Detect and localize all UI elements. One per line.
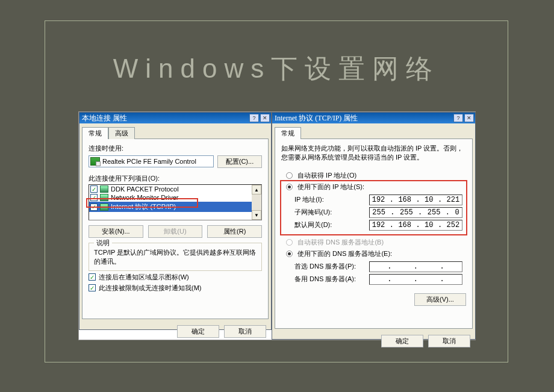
list-item-selected[interactable]: ✓ Internet 协议 (TCP/IP) [89,202,261,212]
checkbox-icon[interactable]: ✓ [90,204,98,211]
local-connection-properties-dialog: 本地连接 属性 ? ✕ 常规 高级 连接时使用: Realtek PC [79,112,272,330]
tab-general[interactable]: 常规 [275,127,301,139]
cancel-button[interactable]: 取消 [224,325,266,338]
uninstall-button: 卸载(U) [148,225,203,238]
titlebar-left: 本地连接 属性 ? ✕ [79,113,271,123]
slide-title: Windows下设置网络 [45,51,508,87]
dns2-input[interactable]: . . . [369,274,462,285]
configure-button[interactable]: 配置(C)... [217,155,262,168]
radio-manual-dns-label: 使用下面的 DNS 服务器地址(E): [297,250,392,257]
subnet-mask-input[interactable]: 255. 255. 255. 0 [369,207,462,218]
radio-auto-dns-label: 自动获得 DNS 服务器地址(B) [297,238,384,246]
protocol-icon [100,194,108,201]
ok-button[interactable]: 确定 [177,325,219,338]
radio-auto-ip[interactable] [286,172,293,179]
tab-advanced[interactable]: 高级 [108,127,135,139]
notify-label: 此连接被限制或无连接时通知我(M) [99,284,202,293]
description-text: TCP/IP 是默认的广域网协议。它提供跨越多种互联网络的通讯。 [94,248,257,267]
list-item[interactable]: ✓ DDK PACKET Protocol [89,185,261,193]
components-listbox[interactable]: ✓ DDK PACKET Protocol ✓ Network Monitor … [89,184,262,220]
ip-address-label: IP 地址(I): [294,195,324,204]
checkbox-tray[interactable]: ✓ [89,273,96,281]
scrollbar[interactable]: ▲ ▼ [252,185,261,220]
checkbox-icon[interactable]: ✓ [90,194,98,201]
checkbox-icon[interactable]: ✓ [90,185,98,193]
dialog-title: 本地连接 属性 [82,113,127,123]
help-icon[interactable]: ? [453,114,463,122]
subnet-mask-label: 子网掩码(U): [294,208,332,217]
intro-text: 如果网络支持此功能，则可以获取自动指派的 IP 设置。否则，您需要从网络系统管理… [281,144,466,163]
connect-using-label: 连接时使用: [89,144,262,153]
tab-general[interactable]: 常规 [82,127,108,139]
items-label: 此连接使用下列项目(O): [89,174,262,183]
radio-manual-ip[interactable] [286,184,293,190]
list-item[interactable]: ✓ Network Monitor Driver [89,193,261,202]
radio-manual-dns[interactable] [286,250,293,257]
adapter-field: Realtek PCIe FE Family Control [89,155,214,167]
ok-button[interactable]: 确定 [381,335,423,347]
adapter-name: Realtek PCIe FE Family Control [102,158,196,165]
properties-button[interactable]: 属性(R) [207,225,262,238]
close-icon[interactable]: ✕ [464,114,474,122]
install-button[interactable]: 安装(N)... [89,225,143,238]
dns1-label: 首选 DNS 服务器(P): [294,262,356,271]
dns1-input[interactable]: . . . [369,261,462,272]
dialog-title: Internet 协议 (TCP/IP) 属性 [275,113,358,123]
scroll-down-icon[interactable]: ▼ [252,210,261,220]
description-caption: 说明 [94,238,112,247]
nic-icon [90,157,100,166]
ip-address-input[interactable]: 192. 168. 10. 221 [369,194,462,205]
radio-auto-dns [286,239,293,246]
radio-auto-ip-label: 自动获得 IP 地址(O) [297,172,356,179]
tcpip-properties-dialog: Internet 协议 (TCP/IP) 属性 ? ✕ 常规 如果网络支持此功能… [272,112,476,340]
cancel-button[interactable]: 取消 [428,335,470,347]
gateway-label: 默认网关(D): [294,220,332,229]
help-icon[interactable]: ? [249,114,259,122]
tray-label: 连接后在通知区域显示图标(W) [99,273,189,282]
radio-manual-ip-label: 使用下面的 IP 地址(S): [297,183,364,190]
protocol-icon [100,204,108,211]
dialogs-area: 本地连接 属性 ? ✕ 常规 高级 连接时使用: Realtek PC [78,111,476,340]
dns2-label: 备用 DNS 服务器(A): [294,275,356,284]
advanced-button[interactable]: 高级(V)... [414,293,466,306]
checkbox-notify[interactable]: ✓ [89,284,96,291]
close-icon[interactable]: ✕ [260,114,270,122]
protocol-icon [100,185,108,193]
titlebar-right: Internet 协议 (TCP/IP) 属性 ? ✕ [272,113,475,123]
gateway-input[interactable]: 192. 168. 10. 252 [369,220,462,231]
scroll-up-icon[interactable]: ▲ [252,185,261,194]
